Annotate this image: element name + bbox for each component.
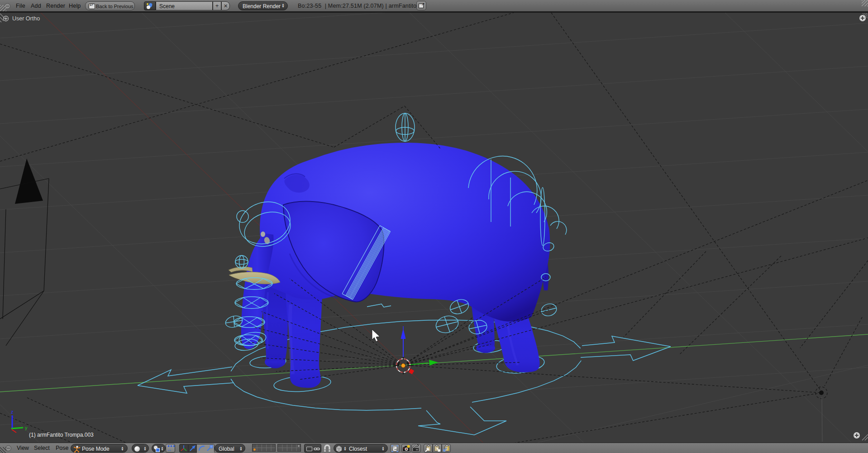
svg-text:User Ortho: User Ortho [12, 15, 40, 22]
svg-text:(1) armFantito Trompa.003: (1) armFantito Trompa.003 [29, 432, 94, 438]
svg-text:y: y [25, 425, 28, 430]
svg-text:z: z [11, 409, 14, 414]
